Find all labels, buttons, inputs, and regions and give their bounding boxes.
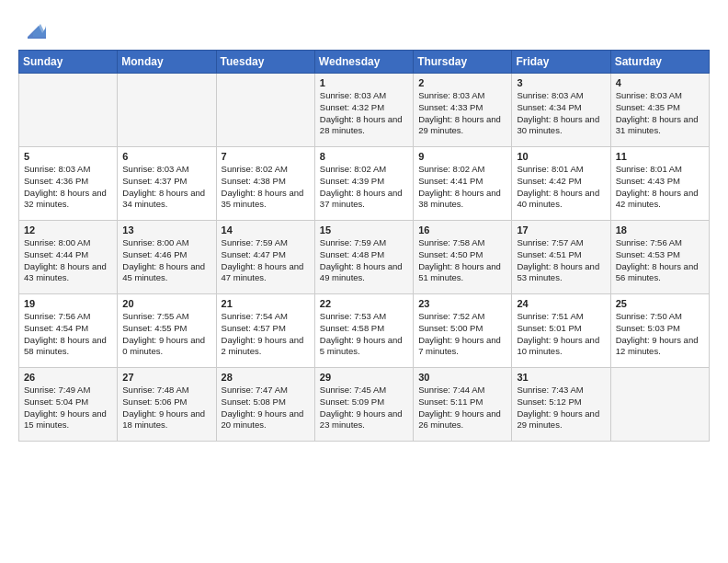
day-number: 19: [24, 298, 112, 309]
day-number: 21: [222, 298, 310, 309]
day-info: Sunrise: 8:02 AM Sunset: 4:41 PM Dayligh…: [418, 164, 506, 211]
day-info: Sunrise: 7:56 AM Sunset: 4:54 PM Dayligh…: [24, 311, 112, 358]
day-info: Sunrise: 7:51 AM Sunset: 5:01 PM Dayligh…: [517, 311, 605, 358]
logo-icon: [20, 17, 46, 42]
day-info: Sunrise: 8:02 AM Sunset: 4:38 PM Dayligh…: [222, 164, 310, 211]
day-number: 26: [24, 372, 112, 383]
day-info: Sunrise: 8:00 AM Sunset: 4:44 PM Dayligh…: [24, 237, 112, 284]
header-cell-monday: Monday: [118, 51, 216, 74]
header-cell-thursday: Thursday: [414, 51, 512, 74]
day-info: Sunrise: 7:56 AM Sunset: 4:53 PM Dayligh…: [616, 237, 704, 284]
day-info: Sunrise: 7:49 AM Sunset: 5:04 PM Dayligh…: [24, 385, 112, 431]
calendar-cell: 12Sunrise: 8:00 AM Sunset: 4:44 PM Dayli…: [19, 221, 118, 294]
calendar-cell: 31Sunrise: 7:43 AM Sunset: 5:12 PM Dayli…: [512, 368, 610, 442]
calendar-cell: 25Sunrise: 7:50 AM Sunset: 5:03 PM Dayli…: [610, 294, 709, 368]
calendar-cell: 1Sunrise: 8:03 AM Sunset: 4:32 PM Daylig…: [314, 74, 413, 147]
calendar-cell: 23Sunrise: 7:52 AM Sunset: 5:00 PM Dayli…: [414, 294, 512, 368]
day-number: 22: [320, 298, 408, 309]
day-number: 12: [24, 224, 112, 236]
calendar-cell: 2Sunrise: 8:03 AM Sunset: 4:33 PM Daylig…: [414, 74, 512, 147]
day-number: 15: [320, 224, 408, 236]
calendar-cell: 14Sunrise: 7:59 AM Sunset: 4:47 PM Dayli…: [216, 221, 314, 294]
day-number: 20: [122, 298, 210, 309]
calendar-cell: 6Sunrise: 8:03 AM Sunset: 4:37 PM Daylig…: [118, 147, 216, 221]
day-number: 9: [418, 151, 506, 162]
day-info: Sunrise: 7:57 AM Sunset: 4:51 PM Dayligh…: [517, 237, 605, 284]
calendar-cell: 18Sunrise: 7:56 AM Sunset: 4:53 PM Dayli…: [610, 221, 709, 294]
calendar-cell: 21Sunrise: 7:54 AM Sunset: 4:57 PM Dayli…: [216, 294, 314, 368]
day-info: Sunrise: 8:01 AM Sunset: 4:42 PM Dayligh…: [517, 164, 605, 211]
day-number: 31: [517, 372, 605, 383]
calendar-cell: [118, 74, 216, 147]
day-info: Sunrise: 8:01 AM Sunset: 4:43 PM Dayligh…: [616, 164, 704, 211]
day-info: Sunrise: 7:47 AM Sunset: 5:08 PM Dayligh…: [222, 385, 310, 431]
day-number: 14: [222, 224, 310, 236]
day-number: 10: [517, 151, 605, 162]
day-info: Sunrise: 7:53 AM Sunset: 4:58 PM Dayligh…: [320, 311, 408, 358]
header-row: SundayMondayTuesdayWednesdayThursdayFrid…: [19, 51, 710, 74]
calendar-cell: 17Sunrise: 7:57 AM Sunset: 4:51 PM Dayli…: [512, 221, 610, 294]
day-info: Sunrise: 8:03 AM Sunset: 4:35 PM Dayligh…: [616, 90, 704, 137]
day-info: Sunrise: 7:44 AM Sunset: 5:11 PM Dayligh…: [418, 385, 506, 431]
week-row-4: 19Sunrise: 7:56 AM Sunset: 4:54 PM Dayli…: [19, 294, 710, 368]
day-number: 18: [616, 224, 704, 236]
week-row-2: 5Sunrise: 8:03 AM Sunset: 4:36 PM Daylig…: [19, 147, 710, 221]
calendar-cell: [216, 74, 314, 147]
logo: [18, 17, 46, 42]
day-number: 11: [616, 151, 704, 162]
calendar-cell: 8Sunrise: 8:02 AM Sunset: 4:39 PM Daylig…: [314, 147, 413, 221]
calendar-cell: 27Sunrise: 7:48 AM Sunset: 5:06 PM Dayli…: [118, 368, 216, 442]
day-info: Sunrise: 7:52 AM Sunset: 5:00 PM Dayligh…: [418, 311, 506, 358]
calendar-cell: 15Sunrise: 7:59 AM Sunset: 4:48 PM Dayli…: [314, 221, 413, 294]
calendar-cell: 5Sunrise: 8:03 AM Sunset: 4:36 PM Daylig…: [19, 147, 118, 221]
calendar-cell: 13Sunrise: 8:00 AM Sunset: 4:46 PM Dayli…: [118, 221, 216, 294]
header-cell-tuesday: Tuesday: [216, 51, 314, 74]
day-number: 7: [222, 151, 310, 162]
calendar-cell: 28Sunrise: 7:47 AM Sunset: 5:08 PM Dayli…: [216, 368, 314, 442]
day-info: Sunrise: 7:45 AM Sunset: 5:09 PM Dayligh…: [320, 385, 408, 431]
calendar-cell: 29Sunrise: 7:45 AM Sunset: 5:09 PM Dayli…: [314, 368, 413, 442]
day-info: Sunrise: 8:00 AM Sunset: 4:46 PM Dayligh…: [122, 237, 210, 284]
week-row-5: 26Sunrise: 7:49 AM Sunset: 5:04 PM Dayli…: [19, 368, 710, 442]
calendar-cell: 11Sunrise: 8:01 AM Sunset: 4:43 PM Dayli…: [610, 147, 709, 221]
day-number: 4: [616, 77, 704, 88]
day-info: Sunrise: 8:03 AM Sunset: 4:34 PM Dayligh…: [517, 90, 605, 137]
day-number: 5: [24, 151, 112, 162]
calendar-cell: 4Sunrise: 8:03 AM Sunset: 4:35 PM Daylig…: [610, 74, 709, 147]
day-number: 2: [418, 77, 506, 88]
week-row-1: 1Sunrise: 8:03 AM Sunset: 4:32 PM Daylig…: [19, 74, 710, 147]
header: [18, 17, 710, 42]
calendar-cell: 24Sunrise: 7:51 AM Sunset: 5:01 PM Dayli…: [512, 294, 610, 368]
day-number: 28: [222, 372, 310, 383]
calendar-cell: 19Sunrise: 7:56 AM Sunset: 4:54 PM Dayli…: [19, 294, 118, 368]
day-info: Sunrise: 8:03 AM Sunset: 4:32 PM Dayligh…: [320, 90, 408, 137]
day-number: 17: [517, 224, 605, 236]
day-info: Sunrise: 8:03 AM Sunset: 4:36 PM Dayligh…: [24, 164, 112, 211]
calendar-cell: 3Sunrise: 8:03 AM Sunset: 4:34 PM Daylig…: [512, 74, 610, 147]
day-number: 24: [517, 298, 605, 309]
day-number: 27: [122, 372, 210, 383]
day-number: 3: [517, 77, 605, 88]
calendar-cell: 10Sunrise: 8:01 AM Sunset: 4:42 PM Dayli…: [512, 147, 610, 221]
header-cell-wednesday: Wednesday: [314, 51, 413, 74]
day-info: Sunrise: 7:43 AM Sunset: 5:12 PM Dayligh…: [517, 385, 605, 431]
day-info: Sunrise: 7:50 AM Sunset: 5:03 PM Dayligh…: [616, 311, 704, 358]
calendar-cell: 16Sunrise: 7:58 AM Sunset: 4:50 PM Dayli…: [414, 221, 512, 294]
day-info: Sunrise: 7:48 AM Sunset: 5:06 PM Dayligh…: [122, 385, 210, 431]
calendar-cell: 22Sunrise: 7:53 AM Sunset: 4:58 PM Dayli…: [314, 294, 413, 368]
day-info: Sunrise: 8:03 AM Sunset: 4:33 PM Dayligh…: [418, 90, 506, 137]
calendar-cell: 30Sunrise: 7:44 AM Sunset: 5:11 PM Dayli…: [414, 368, 512, 442]
day-info: Sunrise: 7:58 AM Sunset: 4:50 PM Dayligh…: [418, 237, 506, 284]
day-info: Sunrise: 7:59 AM Sunset: 4:47 PM Dayligh…: [222, 237, 310, 284]
calendar-table: SundayMondayTuesdayWednesdayThursdayFrid…: [18, 50, 710, 442]
day-info: Sunrise: 8:03 AM Sunset: 4:37 PM Dayligh…: [122, 164, 210, 211]
header-cell-friday: Friday: [512, 51, 610, 74]
calendar-cell: 7Sunrise: 8:02 AM Sunset: 4:38 PM Daylig…: [216, 147, 314, 221]
calendar-cell: 26Sunrise: 7:49 AM Sunset: 5:04 PM Dayli…: [19, 368, 118, 442]
day-info: Sunrise: 8:02 AM Sunset: 4:39 PM Dayligh…: [320, 164, 408, 211]
calendar-cell: 20Sunrise: 7:55 AM Sunset: 4:55 PM Dayli…: [118, 294, 216, 368]
day-number: 8: [320, 151, 408, 162]
day-number: 23: [418, 298, 506, 309]
day-info: Sunrise: 7:59 AM Sunset: 4:48 PM Dayligh…: [320, 237, 408, 284]
week-row-3: 12Sunrise: 8:00 AM Sunset: 4:44 PM Dayli…: [19, 221, 710, 294]
